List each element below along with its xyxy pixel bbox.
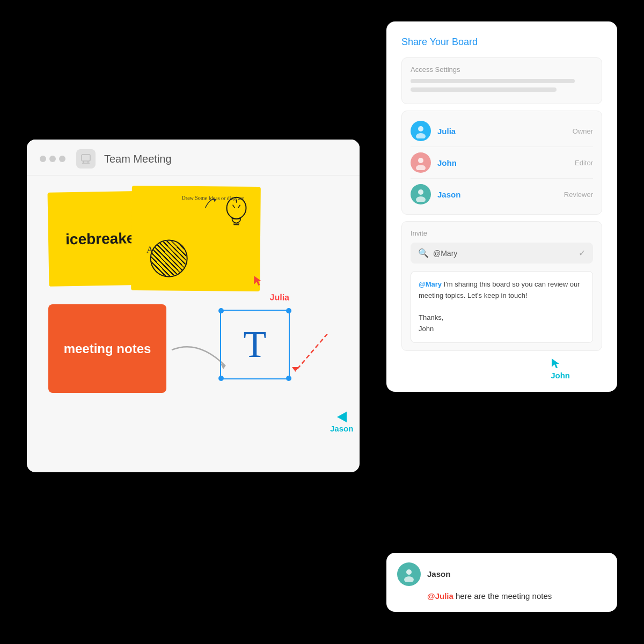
board-icon — [76, 149, 96, 169]
svg-rect-0 — [82, 155, 90, 161]
member-name-jason: Jason — [437, 190, 564, 199]
svg-marker-14 — [292, 367, 299, 371]
share-panel: Share Your Board Access Settings Julia O… — [386, 21, 617, 392]
whiteboard-canvas[interactable]: icebreakers Draw Some Ideas or diagram — [27, 175, 360, 470]
members-card: Julia Owner John Editor Jason Re — [401, 111, 602, 215]
chat-user-row: Jason — [397, 562, 606, 586]
dot-1 — [40, 156, 46, 162]
svg-point-22 — [406, 569, 412, 575]
member-name-julia: Julia — [437, 127, 573, 136]
member-role-jason: Reviewer — [564, 191, 593, 199]
share-header-static: Share — [401, 36, 430, 47]
julia-cursor: Julia — [253, 275, 262, 289]
skeleton-line-1 — [411, 79, 575, 83]
invite-label: Invite — [411, 229, 593, 237]
dot-2 — [49, 156, 56, 162]
avatar-john — [411, 152, 431, 173]
svg-point-20 — [416, 196, 426, 202]
svg-point-16 — [416, 133, 426, 138]
search-icon: 🔍 — [418, 248, 429, 258]
invite-mention: @Mary — [419, 280, 442, 288]
skeleton-line-2 — [411, 87, 557, 92]
jason-cursor-whiteboard: Jason — [330, 412, 353, 433]
jason-cursor-label: Jason — [330, 424, 353, 433]
text-icon: T — [221, 311, 289, 378]
whiteboard-title: Team Meeting — [104, 153, 172, 165]
lightbulb-icon — [217, 193, 255, 236]
invite-message: @Mary I'm sharing this board so you can … — [411, 271, 593, 343]
svg-line-9 — [232, 205, 235, 208]
dot-3 — [59, 156, 65, 162]
invite-message-body: I'm sharing this board so you can review… — [419, 280, 580, 333]
john-cursor-label: John — [551, 371, 570, 380]
resize-handle-tl[interactable] — [218, 308, 224, 313]
svg-line-13 — [295, 334, 327, 371]
dashed-arrow — [290, 334, 333, 379]
chat-bubble: Jason @Julia here are the meeting notes — [386, 553, 617, 612]
member-row-jason: Jason Reviewer — [411, 179, 593, 210]
john-cursor-area: John — [401, 357, 602, 379]
whiteboard-panel: Team Meeting icebreakers Draw Some Ideas… — [27, 140, 360, 472]
avatar-jason — [411, 184, 431, 204]
member-row-john: John Editor — [411, 147, 593, 179]
svg-point-15 — [418, 126, 423, 131]
invite-input-text[interactable]: @Mary — [433, 249, 579, 258]
chat-message: @Julia here are the meeting notes — [427, 590, 606, 603]
invite-input-row[interactable]: 🔍 @Mary ✓ — [411, 243, 593, 264]
chat-mention: @Julia — [427, 591, 453, 601]
sketch-arrow-icon — [202, 194, 218, 210]
resize-handle-tr[interactable] — [286, 308, 291, 313]
member-role-john: Editor — [575, 159, 593, 167]
sticky-sketch[interactable]: Draw Some Ideas or diagram — [131, 186, 261, 291]
svg-point-17 — [418, 158, 423, 163]
member-row-julia: Julia Owner — [411, 115, 593, 147]
svg-marker-21 — [552, 358, 559, 368]
whiteboard-titlebar: Team Meeting — [27, 140, 360, 175]
member-name-john: John — [437, 158, 575, 167]
resize-handle-bl[interactable] — [218, 376, 224, 381]
svg-line-10 — [238, 205, 240, 208]
sketch-circle — [150, 239, 188, 277]
checkmark-icon: ✓ — [579, 248, 586, 258]
access-settings-card: Access Settings — [401, 57, 602, 104]
avatar-julia — [411, 121, 431, 141]
julia-cursor-label: Julia — [270, 292, 290, 302]
access-settings-label: Access Settings — [411, 65, 593, 74]
john-cursor: John — [551, 357, 570, 380]
sticky-meeting-notes[interactable]: meeting notes — [48, 304, 166, 393]
sketch-content: Draw Some Ideas or diagram — [136, 191, 255, 286]
text-element[interactable]: T — [220, 310, 290, 379]
svg-point-23 — [404, 576, 414, 582]
window-dots — [40, 156, 65, 162]
chat-avatar-jason — [397, 562, 421, 586]
member-role-julia: Owner — [573, 127, 593, 135]
share-header: Share Your Board — [401, 36, 602, 48]
svg-point-19 — [418, 189, 423, 195]
chat-username: Jason — [427, 569, 450, 579]
svg-marker-11 — [254, 276, 261, 286]
svg-point-18 — [416, 165, 426, 170]
share-header-link[interactable]: Your Board — [430, 36, 478, 47]
john-cursor-icon — [551, 357, 560, 369]
jason-arrow-icon — [337, 412, 347, 422]
invite-card: Invite 🔍 @Mary ✓ @Mary I'm sharing this … — [401, 221, 602, 351]
chat-message-body: here are the meeting notes — [453, 591, 552, 601]
